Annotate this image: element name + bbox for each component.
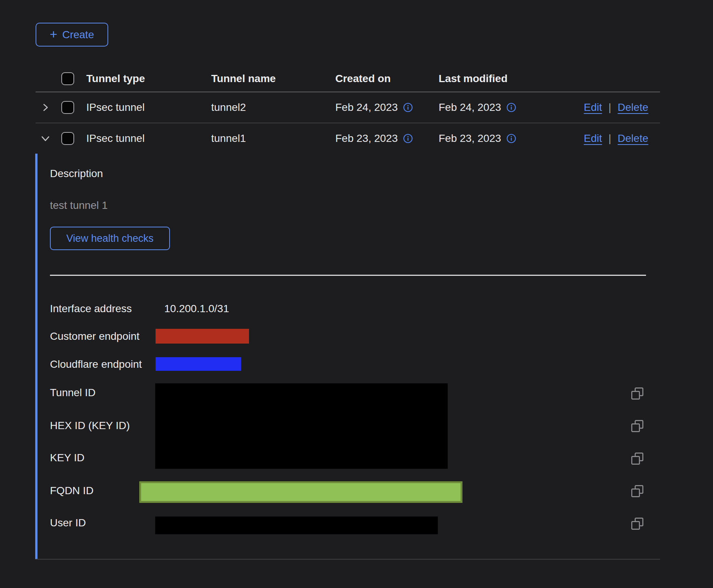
- expand-chevron-right-icon[interactable]: [40, 102, 51, 113]
- cloudflare-endpoint-label: Cloudflare endpoint: [50, 358, 142, 370]
- header-created-on: Created on: [335, 73, 391, 85]
- info-icon[interactable]: [403, 134, 413, 143]
- cloudflare-endpoint-redacted-value: [156, 357, 241, 371]
- row-checkbox[interactable]: [61, 101, 74, 114]
- table-bottom-divider: [36, 559, 660, 560]
- last-modified-value: Feb 23, 2023: [439, 132, 501, 145]
- edit-link[interactable]: Edit: [584, 132, 602, 145]
- header-tunnel-name: Tunnel name: [211, 73, 276, 85]
- copy-icon[interactable]: [630, 484, 644, 498]
- tunnel-name-value: tunnel1: [211, 132, 246, 145]
- hex-id-label: HEX ID (KEY ID): [50, 420, 130, 432]
- fqdn-id-label: FQDN ID: [50, 485, 93, 497]
- description-label: Description: [50, 168, 103, 180]
- user-id-redacted-value: [155, 516, 438, 534]
- tunnel-type-value: IPsec tunnel: [86, 132, 145, 145]
- tunnel-id-label: Tunnel ID: [50, 387, 95, 399]
- ids-redacted-block: [155, 383, 448, 469]
- edit-link[interactable]: Edit: [584, 101, 602, 114]
- plus-icon: +: [50, 28, 58, 40]
- user-id-label: User ID: [50, 517, 86, 529]
- created-on-value: Feb 24, 2023: [335, 101, 398, 114]
- table-row-tunnel2: IPsec tunnel tunnel2 Feb 24, 2023 Feb 24…: [0, 92, 713, 123]
- description-value: test tunnel 1: [50, 199, 108, 212]
- copy-icon[interactable]: [630, 419, 644, 433]
- header-tunnel-type: Tunnel type: [86, 73, 145, 85]
- create-button[interactable]: + Create: [36, 23, 108, 47]
- fqdn-id-redacted-value: [139, 481, 462, 503]
- copy-icon[interactable]: [630, 517, 644, 530]
- copy-icon[interactable]: [630, 387, 644, 400]
- row-actions: Edit | Delete: [584, 101, 648, 114]
- expanded-panel-accent-bar: [35, 154, 37, 559]
- row-actions: Edit | Delete: [584, 132, 648, 145]
- customer-endpoint-redacted-value: [156, 329, 249, 344]
- panel-divider: [50, 275, 646, 276]
- table-row-tunnel1: IPsec tunnel tunnel1 Feb 23, 2023 Feb 23…: [0, 123, 713, 154]
- delete-link[interactable]: Delete: [618, 132, 648, 145]
- key-id-label: KEY ID: [50, 452, 84, 464]
- copy-icon[interactable]: [630, 452, 644, 465]
- table-header-row: Tunnel type Tunnel name Created on Last …: [0, 65, 713, 92]
- actions-separator: |: [609, 132, 611, 145]
- actions-separator: |: [609, 101, 611, 114]
- interface-address-label: Interface address: [50, 303, 132, 315]
- last-modified-value: Feb 24, 2023: [439, 101, 501, 114]
- info-icon[interactable]: [506, 134, 516, 143]
- tunnel-type-value: IPsec tunnel: [86, 101, 145, 114]
- tunnels-page: + Create Tunnel type Tunnel name Created…: [0, 0, 713, 588]
- info-icon[interactable]: [403, 103, 413, 112]
- header-last-modified: Last modified: [439, 73, 508, 85]
- view-health-checks-button[interactable]: View health checks: [50, 227, 170, 250]
- tunnel-name-value: tunnel2: [211, 101, 246, 114]
- delete-link[interactable]: Delete: [618, 101, 648, 114]
- collapse-chevron-down-icon[interactable]: [40, 133, 51, 144]
- created-on-value: Feb 23, 2023: [335, 132, 398, 145]
- row-checkbox[interactable]: [61, 132, 74, 145]
- select-all-checkbox[interactable]: [61, 72, 74, 85]
- create-button-label: Create: [62, 29, 94, 41]
- interface-address-value: 10.200.1.0/31: [164, 303, 229, 315]
- info-icon[interactable]: [506, 103, 516, 112]
- customer-endpoint-label: Customer endpoint: [50, 330, 140, 342]
